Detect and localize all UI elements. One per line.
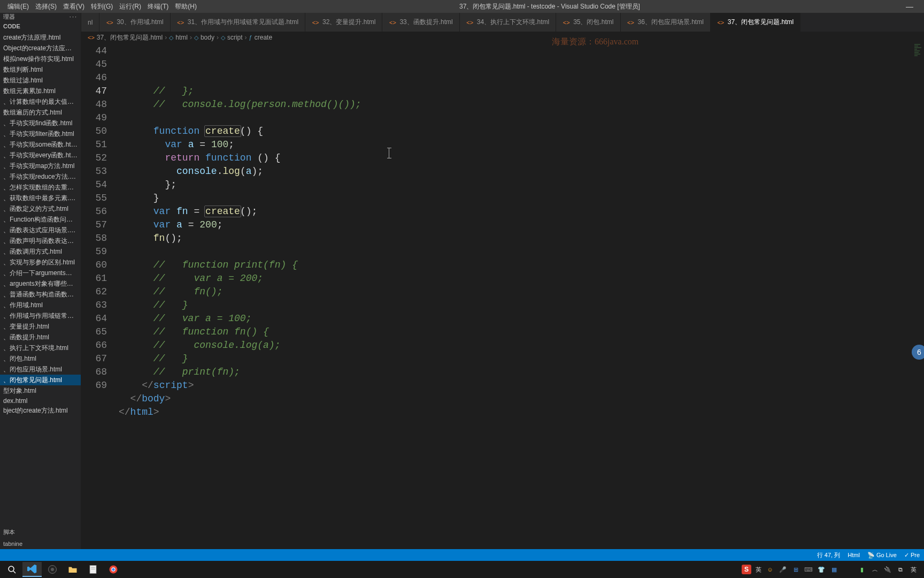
code-line[interactable]: // fn(); [119,285,924,299]
tray-battery-icon[interactable]: ▮ [858,565,866,574]
file-item[interactable]: 、函数定义的方式.html [0,203,81,214]
breadcrumb-item[interactable]: body [201,34,214,41]
ime-icon[interactable]: S [742,565,751,574]
breadcrumb-item[interactable]: 37、闭包常见问题.html [97,33,163,42]
menu-view[interactable]: 查看(V) [60,2,88,11]
file-item[interactable]: 、执行上下文环境.html [0,343,81,353]
editor-tab[interactable]: <>35、闭包.html [556,13,620,32]
code-line[interactable]: }; [119,178,924,192]
file-item[interactable]: 数组遍历的方式.html [0,107,81,118]
tray-net-icon[interactable]: ⧉ [896,565,905,574]
menu-run[interactable]: 运行(R) [116,2,144,11]
file-item[interactable]: create方法原理.html [0,32,81,43]
window-minimize[interactable]: — [899,2,920,11]
file-item[interactable]: 、获取数组中最多元素.html [0,193,81,203]
file-item[interactable]: 、函数表达式应用场景.html [0,225,81,235]
code-line[interactable]: // console.log(person.method()()); [119,98,924,111]
code-line[interactable]: // function print(fn) { [119,258,924,272]
status-prettier[interactable]: ✓ Pre [904,552,920,559]
file-item[interactable]: 、手动实现map方法.html [0,161,81,171]
code-line[interactable]: var a = 100; [119,138,924,151]
file-item[interactable]: Object的create方法应用场景.... [0,43,81,54]
tray-smiley-icon[interactable]: ☺ [766,565,774,574]
code-line[interactable]: var a = 200; [119,218,924,232]
taskbar-search[interactable] [2,562,21,577]
file-item[interactable]: 型对象.html [0,385,81,396]
explorer-more-icon[interactable]: ··· [70,13,78,20]
breadcrumb-item[interactable]: script [227,34,243,41]
code-line[interactable]: // print(fn); [119,366,924,379]
code-line[interactable]: fn(); [119,232,924,245]
taskbar-notepad[interactable] [83,562,103,577]
file-item[interactable]: 、计算数组中的最大值与最小... [0,96,81,107]
code-line[interactable]: console.log(a); [119,165,924,178]
code-line[interactable]: } [119,192,924,205]
breadcrumb-item[interactable]: html [175,34,188,41]
file-item[interactable]: 、实现与形参的区别.html [0,257,81,268]
file-item[interactable]: 、arguents对象有哪些应用场景.... [0,278,81,289]
code-line[interactable]: // function fn() { [119,325,924,339]
minimap[interactable] [914,43,924,549]
status-cursor-pos[interactable]: 行 47, 列 [817,551,840,559]
file-item[interactable]: 、手动实现reduce方法.html [0,171,81,182]
file-item[interactable]: 数组过滤.html [0,75,81,86]
code-line[interactable] [119,419,924,432]
file-item[interactable]: 、介绍一下arguments对象.html [0,268,81,278]
file-item[interactable]: 、手动实现every函数.html [0,150,81,161]
editor-tab[interactable]: nl [81,13,99,32]
file-item[interactable]: 、变量提升.html [0,321,81,332]
outline-section[interactable]: 脚本 [0,526,81,538]
explorer-folder[interactable]: CODE [0,20,81,32]
code-line[interactable]: // console.log(a); [119,339,924,352]
editor-tab[interactable]: <>32、变量提升.html [305,13,382,32]
file-item[interactable]: 、函数调用方式.html [0,246,81,257]
tray-lang-icon[interactable]: 英 [909,565,918,574]
file-item[interactable]: dex.html [0,396,81,405]
code-line[interactable]: // }; [119,85,924,98]
breadcrumb-item[interactable]: create [255,34,272,41]
status-golive[interactable]: 📡 Go Live [867,552,897,559]
file-item[interactable]: 、手动实现find函数.html [0,118,81,128]
file-item[interactable]: 、函数提升.html [0,332,81,343]
code-line[interactable]: </body> [119,392,924,406]
tray-power-icon[interactable]: 🔌 [883,565,892,574]
extension-badge[interactable]: 6 [912,345,924,360]
menu-terminal[interactable]: 终端(T) [144,2,172,11]
taskbar-vscode[interactable] [22,562,42,577]
file-item[interactable]: 、作用域.html [0,300,81,310]
code-line[interactable]: var fn = create(); [119,205,924,218]
code-line[interactable] [119,245,924,258]
tray-keyboard-icon[interactable]: ⌨ [804,565,813,574]
taskbar-explorer[interactable] [63,562,82,577]
taskbar-obs[interactable] [43,562,62,577]
file-item[interactable]: 、手动实现filter函数.html [0,128,81,139]
code-line[interactable]: // var a = 200; [119,272,924,285]
taskbar-chrome[interactable] [104,562,123,577]
file-item[interactable]: 、怎样实现数组的去重操作.html [0,182,81,193]
editor-tab[interactable]: <>37、闭包常见问题.html [711,13,800,32]
editor-tab[interactable]: <>33、函数提升.html [382,13,459,32]
editor-tab[interactable]: <>34、执行上下文环境.html [460,13,556,32]
code-line[interactable]: </script> [119,379,924,392]
status-language[interactable]: Html [848,552,860,558]
tabnine-section[interactable]: tabnine [0,538,81,549]
code-line[interactable]: // } [119,352,924,366]
file-item[interactable]: 数组判断.html [0,64,81,75]
file-item[interactable]: bject的create方法.html [0,405,81,416]
editor-body[interactable]: 4445464748495051525354555657585960616263… [81,43,924,549]
breadcrumbs[interactable]: <> 37、闭包常见问题.html › ◇ html › ◇ body › ◇ … [81,32,924,43]
menu-help[interactable]: 帮助(H) [172,2,200,11]
editor-tab[interactable]: <>36、闭包应用场景.html [621,13,711,32]
tray-world-icon[interactable]: ⊞ [791,565,800,574]
editor-tab[interactable]: <>30、作用域.html [99,13,170,32]
file-item[interactable]: 、作用域与作用域链常见面试... [0,310,81,321]
code-line[interactable]: function create() { [119,125,924,138]
editor-tab[interactable]: <>31、作用域与作用域链常见面试题.html [171,13,305,32]
menu-edit[interactable]: 编辑(E) [4,2,32,11]
code-line[interactable] [119,111,924,125]
file-item[interactable]: 、闭包常见问题.html [0,375,81,385]
tray-mic-icon[interactable]: 🎤 [779,565,787,574]
menu-goto[interactable]: 转到(G) [88,2,116,11]
code-line[interactable]: </html> [119,406,924,419]
file-item[interactable]: 、普通函数与构造函数区别.html [0,289,81,300]
